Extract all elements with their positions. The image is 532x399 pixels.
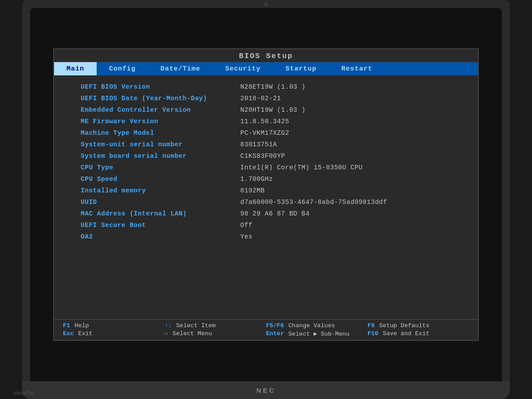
info-label: CPU Speed <box>81 176 240 183</box>
info-row: UEFI Secure BootOff <box>81 222 460 232</box>
footer-key: F10 <box>368 330 378 337</box>
content-area: UEFI BIOS VersionN28ET19W (1.03 )UEFI BI… <box>54 75 478 319</box>
menu-tab-security[interactable]: Security <box>213 62 273 75</box>
info-label: System board serial number <box>81 153 240 160</box>
info-value: PC-VKM17XZG2 <box>240 129 289 137</box>
menu-tab-config[interactable]: Config <box>97 62 148 75</box>
info-value: N28ET19W (1.03 ) <box>240 83 305 90</box>
info-value: N28HT19W (1.03 ) <box>240 106 305 113</box>
footer-label: Help <box>74 322 89 329</box>
info-row: ME Firmware Version11.8.50.3425 <box>81 118 460 129</box>
info-row: UUIDd7a60000-5353-4647-8abd-75ad09813ddf <box>81 199 460 209</box>
footer-bar: F1Help↑↓Select ItemF5/F6Change ValuesF9S… <box>54 319 478 340</box>
bios-screen: BIOS Setup MainConfigDate/TimeSecuritySt… <box>53 48 479 341</box>
info-value: C1KS83F00YP <box>240 153 285 160</box>
info-label: UEFI Secure Boot <box>81 222 240 229</box>
info-label: UUID <box>81 199 240 206</box>
footer-label: Setup Defaults <box>379 322 429 329</box>
footer-item: ↔Select Menu <box>164 330 266 337</box>
bios-title: BIOS Setup <box>54 49 478 62</box>
info-row: UEFI BIOS VersionN28ET19W (1.03 ) <box>81 83 460 94</box>
info-row: System-unit serial number83013751A <box>81 141 460 152</box>
menu-bar: MainConfigDate/TimeSecurityStartupRestar… <box>54 62 478 75</box>
info-label: OA2 <box>81 233 240 240</box>
menu-tab-startup[interactable]: Startup <box>273 62 329 75</box>
info-label: CPU Type <box>81 164 240 171</box>
footer-key: Esc <box>63 330 74 337</box>
footer-item: ↑↓Select Item <box>164 322 266 329</box>
footer-key: F1 <box>63 322 70 329</box>
footer-key: ↔ <box>164 330 168 337</box>
info-row: Installed memory8192MB <box>81 187 460 198</box>
info-label: Installed memory <box>81 187 240 194</box>
info-label: Embedded Controller Version <box>81 106 240 113</box>
info-row: OA2Yes <box>81 233 460 244</box>
footer-item: F10Save and Exit <box>368 330 469 337</box>
info-row: UEFI BIOS Date (Year-Month-Day)2018-02-2… <box>81 95 460 106</box>
footer-item: F5/F6Change Values <box>266 322 368 329</box>
info-value: Off <box>240 222 253 229</box>
footer-item: F1Help <box>63 322 164 329</box>
info-row: System board serial numberC1KS83F00YP <box>81 153 460 163</box>
footer-item: F9Setup Defaults <box>368 322 469 329</box>
footer-label: Exit <box>78 330 92 337</box>
info-label: Machine Type Model <box>81 129 240 137</box>
info-label: UEFI BIOS Version <box>81 83 240 90</box>
versapro-label: VersaPro <box>13 390 33 395</box>
info-value: 8192MB <box>240 187 265 194</box>
footer-key: ↑↓ <box>164 322 172 329</box>
footer-label: Change Values <box>289 322 335 329</box>
info-value: 2018-02-21 <box>240 95 281 102</box>
laptop-bottom: NEC <box>22 381 510 399</box>
footer-label: Select Item <box>176 322 215 329</box>
camera <box>264 3 268 6</box>
footer-item: EnterSelect ▶ Sub-Menu <box>266 330 368 337</box>
menu-tab-date-time[interactable]: Date/Time <box>148 62 213 75</box>
menu-tab-restart[interactable]: Restart <box>329 62 385 75</box>
footer-key: F9 <box>368 322 375 329</box>
info-value: 1.700GHz <box>240 176 273 183</box>
info-row: Machine Type ModelPC-VKM17XZG2 <box>81 129 460 140</box>
info-value: 98 29 A6 87 BD B4 <box>240 210 309 217</box>
info-value: 11.8.50.3425 <box>240 118 289 125</box>
info-row: MAC Address (Internal LAN)98 29 A6 87 BD… <box>81 210 460 221</box>
footer-item: EscExit <box>63 330 164 337</box>
info-value: d7a60000-5353-4647-8abd-75ad09813ddf <box>240 199 387 206</box>
info-value: Yes <box>240 233 253 240</box>
title-text: BIOS Setup <box>239 52 293 60</box>
info-label: ME Firmware Version <box>81 118 240 125</box>
info-value: 83013751A <box>240 141 277 148</box>
footer-label: Select ▶ Sub-Menu <box>289 330 350 337</box>
info-row: CPU TypeIntel(R) Core(TM) i5-8350U CPU <box>81 164 460 175</box>
info-label: UEFI BIOS Date (Year-Month-Day) <box>81 95 240 102</box>
info-label: MAC Address (Internal LAN) <box>81 210 240 217</box>
brand-label: NEC <box>256 387 276 394</box>
info-value: Intel(R) Core(TM) i5-8350U CPU <box>240 164 363 171</box>
footer-key: F5/F6 <box>266 322 284 329</box>
footer-label: Save and Exit <box>383 330 429 337</box>
footer-label: Select Menu <box>172 330 212 337</box>
menu-tab-main[interactable]: Main <box>54 62 97 75</box>
info-label: System-unit serial number <box>81 141 240 148</box>
footer-key: Enter <box>266 330 284 337</box>
info-row: CPU Speed1.700GHz <box>81 176 460 186</box>
info-row: Embedded Controller VersionN28HT19W (1.0… <box>81 106 460 117</box>
